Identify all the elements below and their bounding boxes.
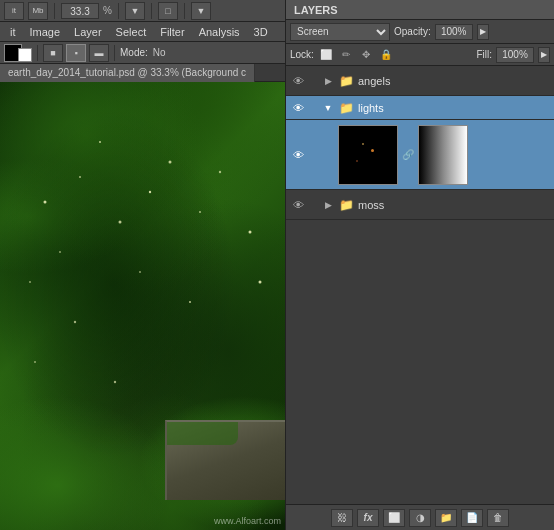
opacity-input[interactable] — [435, 24, 473, 40]
zoom-unit: % — [103, 5, 112, 16]
layer-vis-moss[interactable]: 👁 — [290, 197, 306, 213]
lock-label: Lock: — [290, 49, 314, 60]
layer-item-lights-sublayer[interactable]: 👁 🔗 — [286, 120, 554, 190]
lock-all-icon[interactable]: 🔒 — [378, 47, 394, 63]
mode-value: No — [153, 47, 166, 58]
panel-header: LAYERS — [286, 0, 554, 20]
layer-name-lights: lights — [358, 102, 550, 114]
shape-rect2[interactable]: ▪ — [66, 44, 86, 62]
lock-row: Lock: ⬜ ✏ ✥ 🔒 Fill: ▶ — [286, 44, 554, 66]
link-btn[interactable]: ⛓ — [331, 509, 353, 527]
fill-label: Fill: — [476, 49, 492, 60]
fx-btn[interactable]: fx — [357, 509, 379, 527]
watermark: www.Alfoart.com — [214, 516, 281, 526]
mode-label: Mode: — [120, 47, 148, 58]
shape-rect3[interactable]: ▬ — [89, 44, 109, 62]
lock-transparent-icon[interactable]: ⬜ — [318, 47, 334, 63]
group-btn[interactable]: 📁 — [435, 509, 457, 527]
fill-arrow[interactable]: ▶ — [538, 47, 550, 63]
panel-title: LAYERS — [294, 4, 338, 16]
layer-item-lights[interactable]: 👁 ▼ 📁 lights — [286, 96, 554, 120]
layer-vis-lights[interactable]: 👁 — [290, 100, 306, 116]
tool-icon-mb[interactable]: Mb — [28, 2, 48, 20]
blend-mode-row: Screen Opacity: ▶ — [286, 20, 554, 44]
menu-filter[interactable]: Filter — [154, 25, 190, 39]
menu-analysis[interactable]: Analysis — [193, 25, 246, 39]
sep-4 — [184, 3, 185, 19]
canvas-tab[interactable]: earth_day_2014_tutorial.psd @ 33.3% (Bac… — [0, 64, 255, 82]
canvas-bg: www.Alfoart.com — [0, 82, 285, 530]
layer-name-moss: moss — [358, 199, 550, 211]
sep-6 — [114, 45, 115, 61]
new-layer-btn[interactable]: 📄 — [461, 509, 483, 527]
expand-lights[interactable]: ▼ — [322, 102, 334, 114]
tool-arr2[interactable]: ▼ — [191, 2, 211, 20]
canvas-area: www.Alfoart.com — [0, 82, 285, 530]
stone-block — [165, 420, 285, 500]
sep-3 — [151, 3, 152, 19]
layer-link-icon: 🔗 — [402, 125, 414, 185]
panel-bottom-toolbar: ⛓ fx ⬜ ◑ 📁 📄 🗑 — [286, 504, 554, 530]
color-swatches[interactable] — [4, 44, 32, 62]
layer-item-moss[interactable]: 👁 ▶ 📁 moss — [286, 190, 554, 220]
folder-icon-moss: 📁 — [338, 197, 354, 213]
opacity-label: Opacity: — [394, 26, 431, 37]
menu-it[interactable]: it — [4, 25, 22, 39]
fill-input[interactable] — [496, 47, 534, 63]
layer-item-angels[interactable]: 👁 ▶ 📁 angels — [286, 66, 554, 96]
folder-icon-angels: 📁 — [338, 73, 354, 89]
tool-arr1[interactable]: ▼ — [125, 2, 145, 20]
mask-btn[interactable]: ⬜ — [383, 509, 405, 527]
sep-2 — [118, 3, 119, 19]
tool-icon-1[interactable]: it — [4, 2, 24, 20]
shape-rect1[interactable]: ■ — [43, 44, 63, 62]
layer-list: 👁 ▶ 📁 angels 👁 ▼ 📁 lights 👁 — [286, 66, 554, 504]
menu-select[interactable]: Select — [110, 25, 153, 39]
layer-name-angels: angels — [358, 75, 550, 87]
lock-move-icon[interactable]: ✥ — [358, 47, 374, 63]
layer-vis-sublayer[interactable]: 👁 — [290, 147, 306, 163]
blend-mode-select[interactable]: Screen — [290, 23, 390, 41]
layers-panel: LAYERS Screen Opacity: ▶ Lock: ⬜ ✏ ✥ 🔒 F… — [285, 0, 554, 530]
menu-layer[interactable]: Layer — [68, 25, 108, 39]
layer-thumb-dark — [338, 125, 398, 185]
opacity-arrow[interactable]: ▶ — [477, 24, 489, 40]
menu-3d[interactable]: 3D — [248, 25, 274, 39]
zoom-display: 33.3 — [61, 3, 99, 19]
expand-angels[interactable]: ▶ — [322, 75, 334, 87]
sep-5 — [37, 45, 38, 61]
adjustment-btn[interactable]: ◑ — [409, 509, 431, 527]
menu-image[interactable]: Image — [24, 25, 67, 39]
layer-vis-angels[interactable]: 👁 — [290, 73, 306, 89]
folder-icon-lights: 📁 — [338, 100, 354, 116]
tool-square1[interactable]: □ — [158, 2, 178, 20]
expand-moss[interactable]: ▶ — [322, 199, 334, 211]
lock-brush-icon[interactable]: ✏ — [338, 47, 354, 63]
layer-thumb-mask — [418, 125, 468, 185]
sep-1 — [54, 3, 55, 19]
trash-btn[interactable]: 🗑 — [487, 509, 509, 527]
